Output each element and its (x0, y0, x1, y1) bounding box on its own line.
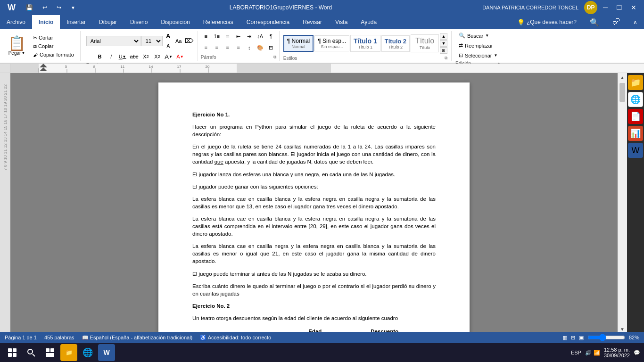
clear-format-btn[interactable]: ⌦ (184, 36, 194, 46)
superscript-btn[interactable]: X2 (152, 51, 162, 62)
word-count[interactable]: 455 palabras (44, 335, 74, 340)
scroll-top-btn[interactable]: ▲ (620, 75, 625, 80)
tab-insertar[interactable]: Insertar (60, 15, 92, 29)
paragraph-dialog-btn[interactable]: ⧉ (273, 55, 276, 60)
search-help[interactable]: 💡 ¿Qué desea hacer? (511, 15, 583, 29)
font-size-select[interactable]: 11 (141, 36, 163, 46)
powerpoint-icon[interactable]: 📊 (628, 126, 643, 141)
undo-btn[interactable]: ↩ (39, 2, 51, 13)
save-btn[interactable]: 💾 (22, 2, 37, 13)
font-grow-btn[interactable]: A (164, 31, 173, 41)
styles-dialog-btn[interactable]: ⧉ (445, 56, 447, 61)
search-taskbar[interactable] (23, 344, 40, 361)
ribbon-share[interactable]: 🗪 (606, 15, 627, 29)
chrome-icon[interactable]: 🌐 (628, 92, 643, 107)
volume-icon[interactable]: 🔊 (585, 350, 592, 356)
sort-btn[interactable]: ↕A (255, 31, 265, 41)
clock[interactable]: 12:58 p. m. 30/09/2022 (604, 347, 630, 358)
justify-btn[interactable]: ≡ (233, 42, 244, 53)
subscript-btn[interactable]: X2 (140, 51, 151, 62)
view-mode-web[interactable]: ▣ (579, 335, 584, 341)
multilevel-btn[interactable]: ≣ (223, 31, 233, 41)
align-left-btn[interactable]: ≡ (201, 42, 211, 53)
bold-btn[interactable]: B (95, 51, 105, 62)
zoom-level[interactable]: 82% (629, 335, 639, 340)
shading-btn[interactable]: 🎨 (255, 42, 265, 53)
tab-referencias[interactable]: Referencias (197, 15, 240, 29)
notification-btn[interactable]: 💬 (634, 350, 640, 356)
tab-dibujar[interactable]: Dibujar (92, 15, 124, 29)
italic-btn[interactable]: I (106, 51, 116, 62)
format-painter-button[interactable]: 🖌 Copiar formato (31, 51, 76, 58)
numbering-btn[interactable]: 1≡ (212, 31, 222, 41)
document-area[interactable]: Ejercicio No 1. Hacer un programa en Pyt… (10, 73, 618, 332)
find-button[interactable]: 🔍 Buscar ▼ (455, 31, 501, 40)
font-family-select[interactable]: Arial (86, 36, 140, 46)
edge-taskbar[interactable]: 🌐 (79, 344, 96, 361)
borders-btn[interactable]: ⊟ (266, 42, 276, 53)
word-active-taskbar[interactable]: W (98, 344, 115, 361)
customize-btn[interactable]: ▼ (67, 3, 79, 12)
redo-btn[interactable]: ↪ (53, 2, 65, 13)
line-spacing-btn[interactable]: ↕ (244, 42, 255, 53)
tab-vista[interactable]: Vista (329, 15, 354, 29)
increase-indent-btn[interactable]: ⇥ (244, 31, 255, 41)
explorer-taskbar[interactable]: 📁 (60, 344, 77, 361)
cut-button[interactable]: ✂ Cortar (31, 34, 76, 42)
ribbon-search[interactable]: 🔍 (583, 15, 606, 29)
tab-ayuda[interactable]: Ayuda (354, 15, 383, 29)
document-page[interactable]: Ejercicio No 1. Hacer un programa en Pyt… (158, 82, 470, 332)
minimize-btn[interactable]: ─ (599, 2, 611, 13)
style-titulo[interactable]: Título Título (411, 34, 439, 52)
network-icon[interactable]: 📶 (594, 350, 600, 356)
tab-inicio[interactable]: Inicio (32, 15, 60, 29)
text-highlight-btn[interactable]: A▼ (163, 51, 174, 62)
scroll-bottom-btn[interactable]: ▼ (620, 327, 625, 332)
word-icon[interactable]: W (4, 1, 19, 15)
change-case-btn[interactable]: Aa (174, 36, 183, 46)
styles-scroll-down[interactable]: ▼ (440, 40, 447, 47)
select-button[interactable]: ⊡ Seleccionar ▼ (455, 51, 501, 60)
align-center-btn[interactable]: ≡ (212, 42, 222, 53)
tab-diseno[interactable]: Diseño (124, 15, 154, 29)
strikethrough-btn[interactable]: abc (129, 51, 140, 62)
start-button[interactable] (4, 344, 21, 361)
user-avatar[interactable]: DP (584, 1, 597, 14)
style-titulo1[interactable]: Título 1 Título 1 (350, 35, 380, 52)
tab-correspondencia[interactable]: Correspondencia (240, 15, 296, 29)
paste-button[interactable]: 📋 Pegar▼ (4, 31, 30, 61)
page-info[interactable]: Página 1 de 1 (5, 335, 37, 340)
style-normal[interactable]: ¶ Normal Normal (283, 35, 314, 52)
font-color-btn[interactable]: A▼ (175, 51, 185, 62)
view-mode-read[interactable]: ⊟ (571, 335, 575, 341)
taskview-btn[interactable] (41, 344, 58, 361)
ribbon-collapse[interactable]: ∧ (627, 15, 644, 29)
bullets-btn[interactable]: ≡ (201, 31, 211, 41)
tab-archivo[interactable]: Archivo (0, 15, 32, 29)
styles-scroll-up[interactable]: ▲ (440, 33, 447, 40)
underline-btn[interactable]: U▼ (117, 51, 128, 62)
align-right-btn[interactable]: ≡ (223, 42, 233, 53)
style-sin-espaciado[interactable]: ¶ Sin esp... Sin espac... (314, 35, 349, 51)
accessibility-status[interactable]: ♿ Accesibilidad: todo correcto (200, 335, 271, 341)
language-indicator[interactable]: 📖 Español (España - alfabetización tradi… (82, 335, 193, 341)
tab-revisar[interactable]: Revisar (296, 15, 329, 29)
replace-button[interactable]: ⇄ Reemplazar (455, 41, 501, 50)
scroll-thumb[interactable] (619, 83, 625, 102)
styles-expand[interactable]: ⊞ (440, 47, 447, 54)
taskbar-language[interactable]: ESP (571, 350, 581, 355)
copy-button[interactable]: ⧉ Copiar (31, 42, 76, 50)
zoom-slider[interactable] (587, 334, 625, 341)
font-shrink-btn[interactable]: A (164, 41, 173, 50)
style-titulo2[interactable]: Título 2 Título 2 (381, 35, 410, 52)
explorer-icon[interactable]: 📁 (628, 75, 643, 90)
tab-disposicion[interactable]: Disposición (154, 15, 196, 29)
maximize-btn[interactable]: ☐ (612, 2, 626, 13)
show-marks-btn[interactable]: ¶ (266, 31, 276, 41)
decrease-indent-btn[interactable]: ⇤ (233, 31, 244, 41)
word-taskbar-icon[interactable]: W (628, 143, 643, 158)
ruler-corner[interactable] (0, 64, 10, 73)
close-btn[interactable]: ✕ (627, 2, 640, 13)
acrobat-icon[interactable]: 📄 (628, 109, 643, 124)
view-mode-print[interactable]: ▦ (562, 335, 567, 341)
